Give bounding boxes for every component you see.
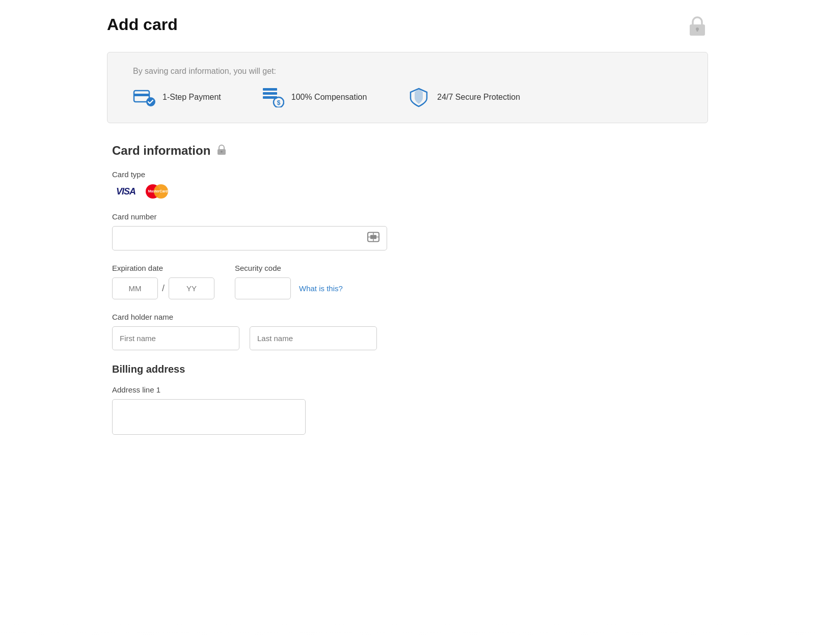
card-type-options: VISA MasterCard <box>112 184 703 199</box>
promo-feature-compensation: $ 100% Compensation <box>262 86 367 108</box>
promo-subtitle: By saving card information, you will get… <box>133 67 682 76</box>
svg-rect-14 <box>370 235 376 239</box>
expiry-year-input[interactable] <box>169 277 214 299</box>
address-line1-input[interactable] <box>112 399 306 435</box>
card-number-group: Card number <box>112 212 703 250</box>
lock-icon <box>687 15 708 37</box>
compensation-icon: $ <box>262 86 284 108</box>
card-chip-icon <box>367 232 380 245</box>
card-number-label: Card number <box>112 212 703 221</box>
mastercard-logo: MasterCard <box>146 184 170 199</box>
promo-label-payment: 1-Step Payment <box>162 93 221 102</box>
promo-banner: By saving card information, you will get… <box>107 52 708 123</box>
protection-icon <box>408 86 430 108</box>
expiration-label: Expiration date <box>112 264 214 272</box>
security-code-label: Security code <box>235 264 343 272</box>
expiry-separator: / <box>158 283 169 294</box>
expiry-month-input[interactable] <box>112 277 158 299</box>
card-holder-label: Card holder name <box>112 313 703 321</box>
svg-rect-2 <box>697 29 698 32</box>
card-information-title: Card information <box>112 144 210 158</box>
promo-label-protection: 24/7 Secure Protection <box>437 93 520 102</box>
what-is-this-link[interactable]: What is this? <box>299 284 343 293</box>
billing-title: Billing address <box>112 363 703 375</box>
card-holder-group: Card holder name <box>112 313 703 350</box>
last-name-input[interactable] <box>250 326 377 350</box>
promo-feature-protection: 24/7 Secure Protection <box>408 86 520 108</box>
card-type-label: Card type <box>112 170 703 179</box>
first-name-input[interactable] <box>112 326 239 350</box>
security-code-input[interactable] <box>235 277 291 299</box>
promo-feature-payment: 1-Step Payment <box>133 86 221 108</box>
expiration-group: Expiration date / <box>112 264 214 299</box>
card-info-lock-icon <box>216 144 227 157</box>
billing-address-group: Billing address Address line 1 <box>112 363 703 435</box>
payment-icon <box>133 86 155 108</box>
promo-features: 1-Step Payment $ 100% Compensation <box>133 86 682 108</box>
svg-point-12 <box>221 151 223 153</box>
card-information-section: Card information Card type VISA MasterCa… <box>107 144 708 435</box>
page-title: Add card <box>107 15 178 34</box>
svg-rect-6 <box>263 88 277 91</box>
svg-text:$: $ <box>277 99 280 106</box>
promo-label-compensation: 100% Compensation <box>291 93 367 102</box>
card-number-input[interactable] <box>112 226 387 250</box>
visa-logo: VISA <box>112 184 140 199</box>
security-code-group: Security code What is this? <box>235 264 343 299</box>
card-type-group: Card type VISA MasterCard <box>112 170 703 199</box>
address-line1-label: Address line 1 <box>112 385 703 394</box>
svg-rect-4 <box>134 94 149 96</box>
svg-rect-7 <box>263 92 277 95</box>
